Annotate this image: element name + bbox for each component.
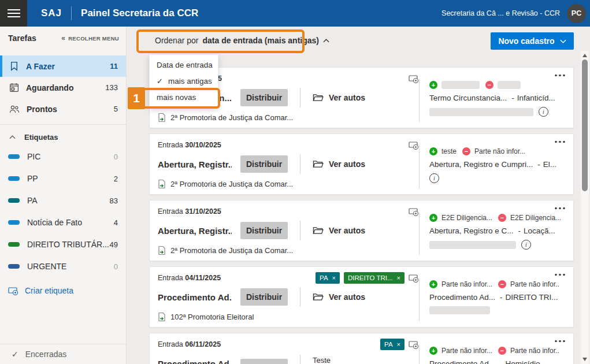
- sidebar-label-pic[interactable]: PIC 0: [0, 146, 126, 168]
- origin-org-label: 102ª Promotoria Eleitoral: [170, 313, 254, 321]
- avatar[interactable]: PC: [567, 4, 586, 23]
- new-record-button[interactable]: Novo cadastro: [491, 32, 574, 50]
- distribute-button[interactable]: Distribuir: [240, 89, 288, 106]
- scrollbar: [581, 51, 589, 364]
- origin-org: 2ª Promotoria de Justiça da Comar...: [158, 179, 293, 189]
- doc-type: Procedimento Ad...: [429, 359, 495, 364]
- party-added-icon: +: [429, 147, 437, 155]
- view-files-label: Ver autos: [329, 292, 365, 302]
- add-tag-icon[interactable]: [409, 340, 419, 349]
- scrollbar-thumb[interactable]: [582, 60, 588, 191]
- sort-menu-group-data-de-entrada[interactable]: Data de entrada: [150, 57, 218, 73]
- sidebar-item-aguardando[interactable]: Aguardando 133: [0, 77, 126, 98]
- sidebar-label-noticia-de-fato[interactable]: Notícia de Fato 4: [0, 211, 126, 233]
- entry-date: Entrada 04/11/2025: [158, 274, 221, 282]
- remove-tag-icon[interactable]: ×: [332, 274, 336, 281]
- distribute-button[interactable]: Distribuir: [240, 155, 288, 173]
- doc-type: Procedimento Ad...: [429, 293, 495, 302]
- party-removed-icon: −: [485, 81, 493, 89]
- party-added-label: Parte não infor...: [441, 280, 492, 288]
- sort-menu: Data de entrada ✓ mais antigas mais nova…: [149, 54, 218, 107]
- add-tag-icon[interactable]: [409, 74, 419, 83]
- sort-option-mais-novas[interactable]: mais novas: [150, 89, 218, 105]
- more-options-icon[interactable]: [555, 207, 565, 210]
- sidebar-item-label: Aguardando: [26, 83, 73, 92]
- collapse-menu-button[interactable]: « RECOLHER MENU: [61, 35, 119, 42]
- case-card: Entrada 30/10/2025 Abertura, Registr... …: [149, 133, 574, 195]
- party-added-label: teste: [441, 147, 457, 155]
- case-title: Procedimento Ad...: [158, 359, 232, 364]
- labels-section-toggle[interactable]: Etiquetas: [0, 128, 126, 146]
- sort-group-label: Data de entrada: [157, 61, 213, 69]
- add-tag-icon[interactable]: [409, 207, 419, 216]
- separator: -: [537, 160, 540, 169]
- label-name: DIREITO TRIBUTÁR...: [27, 240, 110, 249]
- tag-badge: PA ×: [380, 339, 405, 350]
- distribute-button[interactable]: Distribuir: [240, 222, 288, 239]
- remove-tag-icon[interactable]: ×: [397, 341, 400, 348]
- case-card: Entrada 04/11/2025 PA × DIREITO TRI... ×: [149, 266, 574, 328]
- vertical-divider: [300, 355, 300, 364]
- folder-icon: [313, 292, 324, 302]
- party-removed-icon: −: [498, 280, 506, 288]
- distribute-button[interactable]: Distribuir: [240, 288, 288, 306]
- create-label-text: Criar etiqueta: [25, 286, 73, 295]
- sidebar-item-count: 11: [110, 62, 118, 70]
- more-options-icon[interactable]: [555, 140, 565, 143]
- sort-dropdown-trigger[interactable]: Ordenar por data de entrada (mais antiga…: [155, 36, 329, 45]
- sidebar-label-pp[interactable]: PP 2: [0, 168, 126, 190]
- distribute-button[interactable]: Distribuir: [240, 359, 288, 364]
- sidebar-item-a-fazer[interactable]: A Fazer 11: [0, 55, 126, 77]
- scroll-down-icon[interactable]: [582, 358, 587, 361]
- sidebar-label-urgente[interactable]: URGENTE 0: [0, 255, 126, 277]
- view-files-button[interactable]: Ver autos: [313, 226, 365, 235]
- label-count: 0: [114, 262, 118, 271]
- redacted-text: [429, 241, 516, 249]
- sidebar-item-label: A Fazer: [26, 62, 55, 71]
- sort-option-mais-antigas[interactable]: ✓ mais antigas: [150, 73, 218, 89]
- info-icon[interactable]: i: [539, 107, 548, 117]
- case-title: Abertura, Registr...: [158, 159, 232, 169]
- origin-org: 2ª Promotoria de Justiça da Comar...: [158, 246, 293, 255]
- create-label-button[interactable]: Criar etiqueta: [0, 280, 126, 302]
- origin-org-label: 2ª Promotoria de Justiça da Comar...: [170, 180, 293, 188]
- page-title: Painel Secretaria da CCR: [81, 8, 198, 19]
- view-files-button[interactable]: Ver autos: [313, 159, 365, 169]
- chevron-up-icon: [9, 135, 16, 139]
- more-options-icon[interactable]: [555, 273, 565, 276]
- hamburger-menu-icon[interactable]: [0, 0, 27, 27]
- origin-org-label: 2ª Promotoria de Justiça da Comar...: [170, 246, 293, 255]
- more-options-icon[interactable]: [555, 340, 565, 343]
- sort-option-label: mais novas: [157, 93, 196, 102]
- main-content: Ordenar por data de entrada (mais antiga…: [127, 27, 590, 364]
- add-tag-icon[interactable]: [409, 273, 419, 283]
- vertical-divider: [300, 154, 300, 174]
- chevron-up-icon: [323, 39, 329, 43]
- sidebar-item-prontos[interactable]: Prontos 5: [0, 98, 126, 120]
- sort-current-value: data de entrada (mais antigas): [202, 36, 319, 45]
- annotation-step-badge: 1: [128, 87, 145, 109]
- remove-tag-icon[interactable]: ×: [397, 274, 400, 281]
- info-icon[interactable]: i: [429, 173, 439, 183]
- closed-filter-toggle[interactable]: ✓ Encerradas: [0, 344, 126, 364]
- top-bar: SAJ Painel Secretaria da CCR Secretaria …: [0, 0, 590, 27]
- entry-date-fragment: 5: [218, 75, 222, 83]
- view-files-button[interactable]: Ver autos: [313, 93, 365, 102]
- folder-icon: [313, 159, 324, 169]
- party-added-label: Parte não infor...: [441, 347, 492, 355]
- sidebar-item-count: 5: [114, 105, 118, 113]
- scroll-up-icon[interactable]: [582, 54, 587, 57]
- add-tag-icon[interactable]: [409, 140, 419, 150]
- more-options-icon[interactable]: [555, 74, 565, 77]
- case-details: + Parte não infor... − Parte não infor..…: [419, 278, 565, 321]
- label-count: 49: [110, 240, 118, 249]
- party-added-icon: +: [429, 214, 437, 222]
- view-files-button[interactable]: Ver autos: [313, 292, 365, 302]
- labels-section-title: Etiquetas: [24, 133, 58, 142]
- info-icon[interactable]: i: [521, 240, 531, 250]
- party-removed-label: E2E Diligencia...: [510, 214, 561, 222]
- view-files-label: Ver autos: [329, 226, 365, 235]
- sidebar-label-pa[interactable]: PA 83: [0, 190, 126, 211]
- label-count: 0: [114, 153, 118, 161]
- sidebar-label-direito-tributario[interactable]: DIREITO TRIBUTÁR... 49: [0, 233, 126, 255]
